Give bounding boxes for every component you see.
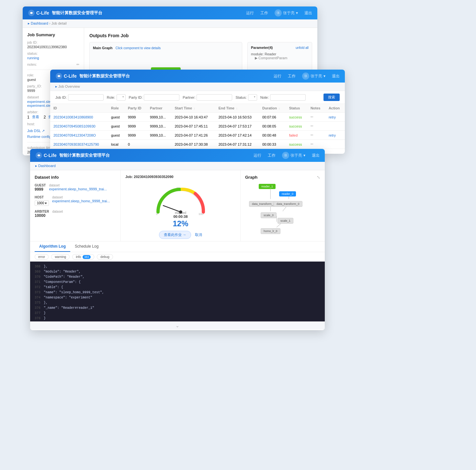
search-button[interactable]: 搜索 — [323, 94, 340, 101]
filter-note-label: Note: — [260, 95, 269, 99]
log-line: 369 "module": "Reader", — [35, 269, 320, 274]
svg-point-1 — [30, 12, 32, 14]
filter-warning[interactable]: warning — [51, 254, 70, 260]
note-filter-input[interactable] — [270, 94, 306, 101]
mini-node-homolr[interactable]: homo_lr_0 — [261, 228, 280, 234]
cell-notes: ✏ — [307, 140, 325, 149]
arbiter-link1[interactable]: 查看 — [32, 115, 39, 119]
scroll-down-indicator[interactable]: ⌄ — [30, 321, 325, 330]
filter-error[interactable]: error — [35, 254, 49, 260]
win2-breadcrumb: ▸ Job Overview — [50, 83, 345, 91]
retry-link[interactable]: retry — [329, 115, 336, 119]
breadcrumb-home-win3[interactable]: ▸ Dashboard — [35, 164, 56, 168]
notes-edit-icon[interactable]: ✏ — [311, 133, 313, 137]
logo-win2: C-Life — [55, 73, 77, 80]
edit-icon[interactable]: ✏ — [76, 62, 79, 67]
ds-row-arbiter: ARBITER 10000 dataset — [35, 210, 116, 218]
log-line-num: 377 — [35, 311, 44, 316]
cancel-job-btn[interactable]: 取消 — [195, 231, 202, 239]
logout-btn[interactable]: 退出 — [304, 10, 312, 16]
user-menu[interactable]: 张 张于亮 ▾ — [275, 9, 298, 17]
user-menu-2[interactable]: 张 张于亮 ▾ — [302, 73, 325, 80]
breadcrumb-home-win1[interactable]: ▸ Dashboard — [28, 21, 48, 25]
graph-area-hint: Click component to view details — [116, 46, 161, 50]
th-role: Role — [108, 104, 125, 113]
topbar-nav-win3: 运行 工作 张 张于亮 ▾ 退出 — [254, 152, 320, 159]
mini-graph: reader_1 reader_0 data_transform_1 data_… — [245, 182, 320, 234]
filter-info[interactable]: info 383 — [72, 254, 94, 260]
log-line-text: "_name": "Reader#reader_1" — [44, 306, 94, 311]
job-id-filter-input[interactable] — [68, 94, 104, 101]
job-id-link[interactable]: 20230407093030374125790 — [53, 142, 99, 146]
app-title-win1: 智能计算数据安全管理平台 — [52, 10, 102, 16]
ds-role-arbiter: ARBITER 10000 — [35, 210, 49, 218]
nav-work[interactable]: 工作 — [260, 10, 268, 16]
host-select-wrap: 1000 ▾ — [35, 200, 49, 206]
ds-row-host: HOST 1000 ▾ dataset experiment.sleep_hom… — [35, 196, 116, 206]
job-panel: Job: 20230410093930352090 0 50 100 — [121, 170, 241, 241]
tab-algorithm-log[interactable]: Algorithm Log — [35, 241, 70, 252]
nav-work-2[interactable]: 工作 — [288, 73, 296, 79]
filter-job-id-label: Job ID: — [55, 95, 67, 99]
host-id-select[interactable]: 1000 ▾ — [35, 200, 49, 206]
guest-id: 9999 — [35, 187, 46, 192]
partner-filter-input[interactable] — [197, 94, 232, 101]
outputs-title: Outputs From Job — [89, 33, 312, 38]
party-id-filter-input[interactable] — [144, 94, 179, 101]
cell-party-id: 0 — [125, 140, 147, 149]
log-line-num: 371 — [35, 280, 44, 285]
cell-status: success — [286, 122, 307, 131]
th-status: Status — [286, 104, 307, 113]
nav-run-3[interactable]: 运行 — [254, 153, 261, 158]
cell-id: 20230407094123047208O — [50, 131, 108, 140]
status-badge: success — [289, 124, 302, 128]
job-id-link[interactable]: 20230410083410868900 — [53, 115, 93, 119]
mini-node-scale1[interactable]: scale_1 — [278, 218, 293, 224]
mini-node-reader1[interactable]: reader_1 — [259, 184, 276, 189]
tab-schedule-log[interactable]: Schedule Log — [70, 241, 103, 252]
filter-status-select-wrap — [248, 94, 257, 101]
nav-work-3[interactable]: 工作 — [268, 153, 276, 158]
user-menu-3[interactable]: 张 张于亮 ▾ — [282, 152, 305, 159]
dataset-title: Dataset info — [35, 175, 116, 180]
guest-role-label: GUEST — [35, 184, 46, 187]
job-id-link[interactable]: 20230407094123047208O — [53, 133, 96, 137]
log-line-num: 373 — [35, 290, 44, 295]
logout-btn-2[interactable]: 退出 — [332, 73, 340, 79]
notes-edit-icon[interactable]: ✏ — [311, 142, 313, 146]
chevron-down-icon-2: ▾ — [323, 74, 325, 78]
notes-edit-icon[interactable]: ✏ — [311, 124, 313, 128]
expand-icon[interactable]: ⤡ — [317, 175, 320, 180]
mini-node-reader0[interactable]: reader_0 — [279, 191, 296, 196]
filter-debug[interactable]: debug — [97, 254, 113, 260]
nav-run[interactable]: 运行 — [246, 10, 254, 16]
filter-role-select[interactable] — [117, 94, 126, 101]
sidebar-job-id: job ID: 20230410931139962380 — [27, 40, 79, 49]
job-dsl-link[interactable]: Job DSL ↗ — [27, 129, 45, 133]
cell-party-id: 9999 — [125, 131, 147, 140]
retry-link[interactable]: retry — [329, 133, 336, 137]
notes-edit-icon[interactable]: ✏ — [311, 115, 313, 119]
cell-notes: ✏ — [307, 122, 325, 131]
cell-duration: 00:00:48 — [259, 131, 286, 140]
host-ds-value[interactable]: experiment.sleep_homo_9998_trai... — [52, 199, 116, 203]
table-body: 20230410083410868900 guest 9999 9999,10.… — [50, 113, 345, 154]
job-id-link[interactable]: 20230407094508S109930 — [53, 124, 96, 128]
guest-ds-value[interactable]: experiment.sleep_homo_9999_trai... — [49, 187, 116, 191]
view-job-btn[interactable]: 查看此作业 → — [159, 231, 191, 239]
dashboard-body: Dataset info GUEST 9999 dataset experime… — [30, 170, 325, 330]
nav-run-2[interactable]: 运行 — [274, 73, 281, 79]
breadcrumb-home-win2[interactable]: ▸ — [55, 84, 57, 88]
table-row: 20230410083410868900 guest 9999 9999,10.… — [50, 113, 345, 122]
sidebar-notes: notes: ✏ — [27, 62, 79, 66]
logout-btn-3[interactable]: 退出 — [312, 153, 320, 158]
filter-status-select[interactable] — [248, 94, 257, 101]
arbiter-ds-label: dataset — [52, 210, 116, 213]
filter-note: Note: — [260, 94, 306, 101]
mini-node-scale0[interactable]: scale_0 — [261, 212, 277, 218]
mini-node-datatransform0[interactable]: data_transform_0 — [274, 201, 302, 207]
unfold-link[interactable]: unfold all — [296, 46, 309, 50]
cell-id: 20230407094508S109930 — [50, 122, 108, 131]
log-line: 375 }, — [35, 300, 320, 306]
cell-action: retry — [325, 131, 345, 140]
